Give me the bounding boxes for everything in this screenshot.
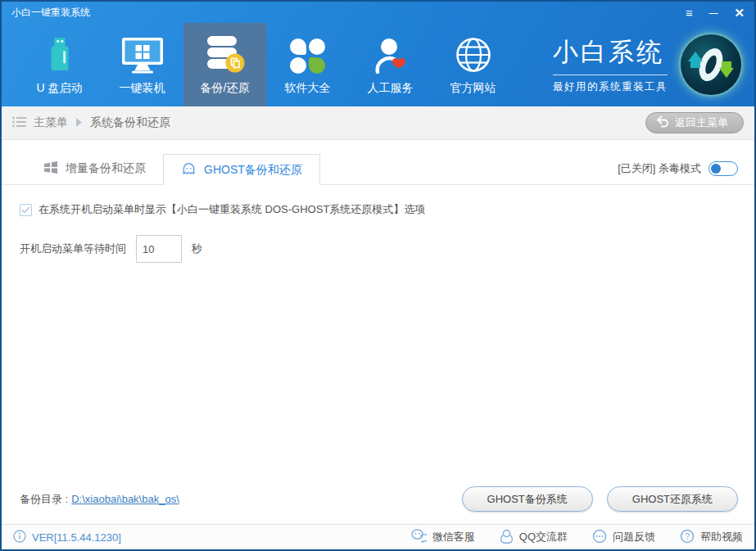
window-title: 小白一键重装系统 — [11, 6, 90, 20]
footer-link-label: 微信客服 — [432, 530, 475, 544]
nav-item-label: 软件大全 — [285, 81, 331, 96]
feedback-icon — [592, 529, 607, 546]
nav-item-usb-boot[interactable]: U 盘启动 — [18, 23, 101, 106]
list-icon — [12, 116, 26, 130]
info-icon — [13, 530, 26, 545]
version-info: VER[11.5.44.1230] — [13, 530, 121, 545]
window-controls: ≡ ─ ✕ — [686, 7, 745, 19]
antivirus-label: [已关闭] 杀毒模式 — [618, 161, 701, 176]
globe-icon — [455, 34, 492, 74]
app-window: 小白一键重装系统 ≡ ─ ✕ U 盘启动 — [0, 0, 756, 551]
ghost-backup-button[interactable]: GHOST备份系统 — [462, 486, 593, 512]
footer-links: 微信客服 QQ交流群 问题反馈 — [411, 529, 743, 546]
footer-link-label: QQ交流群 — [519, 530, 568, 544]
backup-dir-link[interactable]: D:\xiaobai\bak\bak_os\ — [71, 493, 179, 505]
wechat-icon — [411, 529, 427, 545]
usb-icon — [46, 34, 74, 74]
apps-icon — [290, 34, 325, 74]
person-heart-icon — [372, 34, 410, 74]
backup-dir-label: 备份目录 : — [20, 492, 68, 507]
tab-label: 增量备份和还原 — [66, 161, 146, 176]
qq-icon — [500, 529, 514, 546]
main-navigation: U 盘启动 一键装机 — [2, 23, 754, 106]
nav-item-label: U 盘启动 — [37, 81, 83, 96]
menu-icon[interactable]: ≡ — [686, 7, 693, 19]
windows-flag-icon — [43, 160, 58, 177]
tab-bar: 增量备份和还原 GHOST备份和还原 [已关闭] 杀毒模式 — [2, 140, 754, 185]
nav-item-support[interactable]: 人工服务 — [349, 23, 432, 106]
brand-orb-icon — [681, 34, 741, 95]
back-button-label: 返回主菜单 — [675, 115, 728, 130]
close-icon[interactable]: ✕ — [734, 7, 745, 19]
antivirus-mode: [已关闭] 杀毒模式 — [618, 161, 738, 184]
status-bar: VER[11.5.44.1230] 微信客服 — [2, 524, 754, 549]
wait-time-row: 开机启动菜单等待时间 秒 — [2, 217, 754, 263]
content-area: 增量备份和还原 GHOST备份和还原 [已关闭] 杀毒模式 在系统开 — [2, 140, 754, 524]
nav-item-label: 备份/还原 — [201, 81, 250, 96]
feedback-link[interactable]: 问题反馈 — [592, 529, 655, 546]
wait-time-input[interactable] — [136, 235, 182, 263]
backup-directory-row: 备份目录 : D:\xiaobai\bak\bak_os\ GHOST备份系统 … — [2, 486, 754, 524]
tab-ghost-backup[interactable]: GHOST备份和还原 — [163, 154, 320, 185]
footer-link-label: 问题反馈 — [613, 530, 655, 544]
boot-menu-checkbox[interactable] — [20, 204, 32, 216]
nav-item-label: 人工服务 — [368, 81, 414, 96]
ghost-restore-button[interactable]: GHOST还原系统 — [607, 486, 738, 512]
nav-item-label: 官方网站 — [450, 81, 496, 96]
wait-time-unit: 秒 — [192, 242, 202, 256]
breadcrumb: 主菜单 系统备份和还原 返回主菜单 — [2, 106, 754, 140]
toggle-knob — [711, 164, 721, 174]
brand-logo: 小白系统 最好用的系统重装工具 — [553, 23, 754, 106]
nav-item-one-click-install[interactable]: 一键装机 — [101, 23, 183, 106]
antivirus-toggle[interactable] — [708, 161, 738, 176]
chevron-right-icon — [75, 116, 83, 129]
return-main-menu-button[interactable]: 返回主菜单 — [645, 112, 744, 133]
wechat-service-link[interactable]: 微信客服 — [411, 529, 475, 546]
qq-group-link[interactable]: QQ交流群 — [500, 529, 568, 546]
back-arrow-icon — [656, 115, 669, 130]
nav-item-software[interactable]: 软件大全 — [266, 23, 349, 106]
help-video-link[interactable]: ? 帮助视频 — [680, 529, 743, 546]
breadcrumb-current: 系统备份和还原 — [90, 115, 170, 130]
tab-label: GHOST备份和还原 — [204, 163, 302, 178]
version-text: VER[11.5.44.1230] — [32, 531, 121, 544]
boot-menu-option-row: 在系统开机启动菜单时显示【小白一键重装系统 DOS-GHOST系统还原模式】选项 — [2, 185, 754, 217]
svg-text:?: ? — [685, 531, 690, 540]
minimize-icon[interactable]: ─ — [709, 7, 718, 19]
ghost-buttons: GHOST备份系统 GHOST还原系统 — [462, 486, 738, 512]
titlebar: 小白一键重装系统 ≡ ─ ✕ — [2, 2, 754, 23]
boot-menu-option-label: 在系统开机启动菜单时显示【小白一键重装系统 DOS-GHOST系统还原模式】选项 — [38, 202, 425, 217]
brand-title: 小白系统 — [553, 35, 668, 70]
wait-time-label: 开机启动菜单等待时间 — [20, 242, 126, 256]
tab-incremental-backup[interactable]: 增量备份和还原 — [26, 153, 163, 184]
breadcrumb-root[interactable]: 主菜单 — [34, 115, 68, 130]
nav-item-label: 一键装机 — [120, 81, 165, 96]
monitor-icon — [121, 34, 164, 74]
ghost-icon — [181, 161, 197, 179]
header: 小白一键重装系统 ≡ ─ ✕ U 盘启动 — [2, 2, 754, 106]
brand-subtitle: 最好用的系统重装工具 — [553, 75, 668, 94]
nav-item-website[interactable]: 官方网站 — [432, 23, 514, 106]
help-icon: ? — [680, 529, 695, 546]
nav-item-backup-restore[interactable]: 备份/还原 — [183, 23, 266, 106]
database-icon — [206, 34, 245, 74]
footer-link-label: 帮助视频 — [700, 530, 743, 544]
